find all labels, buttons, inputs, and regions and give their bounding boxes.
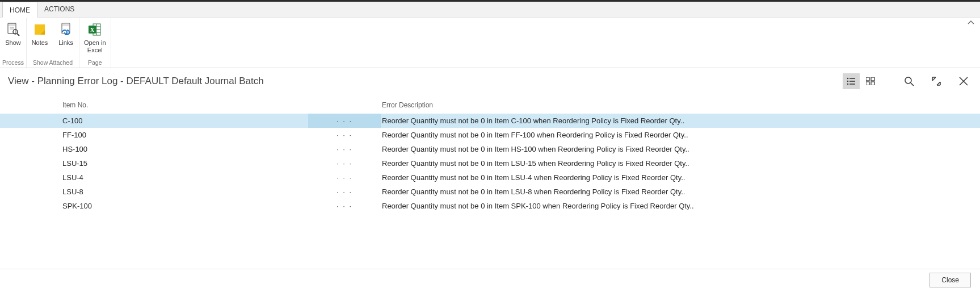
links-button[interactable]: Links <box>53 18 79 58</box>
row-actions-button[interactable]: · · · <box>308 185 381 199</box>
cell-error-description: Reorder Quantity must not be 0 in Item C… <box>381 116 980 125</box>
table-row[interactable]: LSU-8· · ·Reorder Quantity must not be 0… <box>0 185 980 199</box>
open-in-excel-button[interactable]: X Open in Excel <box>79 18 111 58</box>
ribbon-group-caption-show-attached: Show Attached <box>27 58 79 68</box>
grid-header: Item No. Error Description <box>0 99 980 114</box>
row-actions-button[interactable]: · · · <box>308 156 381 170</box>
col-header-error-description[interactable]: Error Description <box>381 101 980 109</box>
cell-error-description: Reorder Quantity must not be 0 in Item F… <box>381 131 980 139</box>
table-row[interactable]: LSU-15· · ·Reorder Quantity must not be … <box>0 156 980 170</box>
svg-text:X: X <box>90 27 95 33</box>
row-actions-button[interactable]: · · · <box>308 114 381 128</box>
table-row[interactable]: C-100· · ·Reorder Quantity must not be 0… <box>0 114 980 128</box>
ribbon-group-caption-page: Page <box>79 58 111 68</box>
row-actions-button[interactable]: · · · <box>308 128 381 142</box>
cell-error-description: Reorder Quantity must not be 0 in Item L… <box>381 187 980 196</box>
ribbon-group-page: X Open in Excel Page <box>79 18 111 68</box>
svg-point-14 <box>847 81 849 82</box>
tab-actions[interactable]: ACTIONS <box>37 1 81 17</box>
show-button-label: Show <box>5 39 21 47</box>
links-button-label: Links <box>58 39 73 47</box>
view-tiles-button[interactable] <box>862 73 879 89</box>
cell-item-no: LSU-4 <box>61 173 308 182</box>
ribbon-tab-strip: HOME ACTIONS <box>0 2 980 18</box>
notes-button[interactable]: Notes <box>27 18 53 58</box>
notes-button-label: Notes <box>32 39 48 47</box>
svg-point-22 <box>905 77 911 84</box>
row-actions-button[interactable]: · · · <box>308 142 381 156</box>
grid: Item No. Error Description C-100· · ·Reo… <box>0 93 980 213</box>
svg-line-23 <box>911 83 914 86</box>
ribbon: Show Process Notes <box>0 18 980 68</box>
title-bar: View - Planning Error Log - DEFAULT Defa… <box>0 68 980 93</box>
close-button[interactable] <box>955 73 972 89</box>
cell-item-no: LSU-8 <box>61 187 308 196</box>
cell-item-no: FF-100 <box>61 131 308 139</box>
svg-point-12 <box>847 78 849 80</box>
excel-icon: X <box>86 21 103 38</box>
ribbon-group-caption-process: Process <box>0 58 26 68</box>
cell-error-description: Reorder Quantity must not be 0 in Item L… <box>381 173 980 182</box>
show-button[interactable]: Show <box>0 18 26 58</box>
page-title: View - Planning Error Log - DEFAULT Defa… <box>8 76 264 87</box>
cell-item-no: HS-100 <box>61 145 308 153</box>
search-button[interactable] <box>901 73 918 89</box>
svg-line-2 <box>17 34 19 36</box>
table-row[interactable]: FF-100· · ·Reorder Quantity must not be … <box>0 128 980 142</box>
link-icon <box>57 21 74 38</box>
note-icon <box>31 21 48 38</box>
page-magnify-icon <box>5 21 22 38</box>
ribbon-collapse-button[interactable] <box>965 19 977 27</box>
cell-error-description: Reorder Quantity must not be 0 in Item S… <box>381 202 980 210</box>
cell-error-description: Reorder Quantity must not be 0 in Item H… <box>381 145 980 153</box>
cell-error-description: Reorder Quantity must not be 0 in Item L… <box>381 159 980 168</box>
row-actions-button[interactable]: · · · <box>308 199 381 213</box>
popout-button[interactable] <box>928 73 945 89</box>
col-header-item-no[interactable]: Item No. <box>61 101 308 109</box>
svg-rect-20 <box>866 82 869 85</box>
cell-item-no: SPK-100 <box>61 202 308 210</box>
svg-rect-19 <box>871 77 874 81</box>
table-row[interactable]: HS-100· · ·Reorder Quantity must not be … <box>0 142 980 156</box>
title-actions <box>843 73 972 89</box>
table-row[interactable]: LSU-4· · ·Reorder Quantity must not be 0… <box>0 170 980 185</box>
grid-body: C-100· · ·Reorder Quantity must not be 0… <box>0 114 980 213</box>
ribbon-group-show-attached: Notes Links Show Attached <box>27 18 79 68</box>
tab-home[interactable]: HOME <box>2 2 37 18</box>
cell-item-no: LSU-15 <box>61 159 308 168</box>
ribbon-group-process: Show Process <box>0 18 27 68</box>
view-list-button[interactable] <box>843 73 860 89</box>
svg-rect-21 <box>871 82 874 85</box>
row-actions-button[interactable]: · · · <box>308 170 381 185</box>
cell-item-no: C-100 <box>61 116 308 125</box>
svg-rect-15 <box>849 81 855 82</box>
svg-point-16 <box>847 84 849 85</box>
table-row[interactable]: SPK-100· · ·Reorder Quantity must not be… <box>0 199 980 213</box>
svg-rect-18 <box>866 77 869 81</box>
svg-rect-17 <box>849 84 855 85</box>
svg-rect-13 <box>849 78 855 79</box>
open-in-excel-label: Open in Excel <box>84 39 106 54</box>
